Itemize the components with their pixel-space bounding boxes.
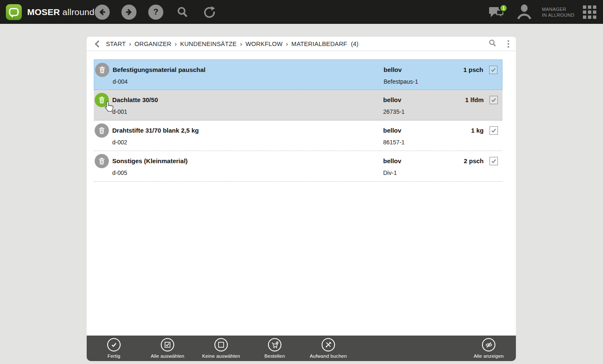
quantity: 1 psch	[463, 66, 483, 74]
back-button[interactable]	[95, 5, 110, 20]
tool-label: Aufwand buchen	[310, 354, 347, 359]
breadcrumb-item-kundeneinsaetze[interactable]: KUNDENEINSÄTZE	[180, 41, 237, 47]
delete-button[interactable]	[95, 123, 109, 138]
apps-menu-button[interactable]	[583, 5, 596, 19]
keine-auswaehlen-button[interactable]: Keine auswählen	[194, 338, 248, 359]
messages-button[interactable]: 1	[487, 4, 507, 21]
content-card: START › ORGANIZER › KUNDENEINSÄTZE › WOR…	[87, 37, 516, 336]
breadcrumb-separator: ›	[286, 41, 288, 47]
notification-badge: 1	[500, 4, 508, 12]
tool-label: Fertig	[108, 354, 121, 359]
breadcrumb-item-materialbedarf[interactable]: MATERIALBEDARF	[291, 41, 347, 47]
brand-name: MOSER	[27, 7, 60, 17]
material-list: Befestigungsmaterial pauschal d-004 bell…	[94, 59, 502, 182]
checkmark-icon	[491, 128, 497, 133]
topbar-right: 1 MANAGER IN ALLROUND	[487, 2, 599, 22]
breadcrumb-separator: ›	[240, 41, 242, 47]
material-title: Sonstiges (Kleinmaterial)	[112, 157, 188, 165]
brand-suffix: allround	[62, 7, 94, 17]
bestellen-button[interactable]: Bestellen	[247, 338, 302, 359]
checkmark-icon	[491, 158, 497, 164]
material-row-befestigungsmaterial[interactable]: Befestigungsmaterial pauschal d-004 bell…	[94, 59, 502, 90]
quantity: 1 lfdm	[465, 96, 484, 104]
list-search-button[interactable]	[488, 39, 497, 49]
supplier-code: 26735-1	[383, 108, 405, 115]
tool-label: Bestellen	[264, 354, 285, 359]
user-avatar[interactable]	[515, 2, 533, 22]
checkmark-icon	[491, 97, 497, 103]
alle-auswaehlen-button[interactable]: Alle auswählen	[140, 338, 195, 359]
supplier-code: Div-1	[383, 169, 397, 177]
quantity: 1 kg	[471, 126, 484, 135]
user-role-line2: IN ALLROUND	[542, 12, 575, 18]
checkmark-icon	[490, 67, 496, 73]
user-role-line1: MANAGER	[542, 6, 575, 12]
arrow-right-icon	[124, 7, 134, 17]
delete-button[interactable]	[95, 154, 109, 168]
user-role: MANAGER IN ALLROUND	[542, 6, 575, 18]
breadcrumb-separator: ›	[175, 41, 177, 47]
search-button[interactable]	[175, 5, 190, 20]
supplier-name: bellov	[383, 96, 401, 104]
material-title: Befestigungsmaterial pauschal	[113, 66, 206, 74]
supplier-name: bellov	[384, 66, 402, 74]
breadcrumb-item-organizer[interactable]: ORGANIZER	[134, 41, 171, 47]
app-title: MOSERallround	[27, 7, 94, 17]
row-checkbox[interactable]	[489, 66, 497, 74]
fertig-button[interactable]: Fertig	[87, 338, 141, 359]
cart-icon	[268, 338, 281, 351]
material-code: d-001	[112, 108, 127, 115]
action-toolbar: Fertig Alle auswählen Keine auswählen	[87, 336, 516, 361]
alle-anzeigen-button[interactable]: Alle anzeigen	[461, 338, 516, 359]
supplier-code: 86157-1	[383, 138, 405, 146]
search-icon	[176, 5, 189, 19]
chevron-left-icon	[93, 40, 101, 48]
row-checkbox[interactable]	[490, 96, 498, 104]
tool-label: Alle anzeigen	[474, 354, 504, 359]
topbar: MOSERallround ?	[0, 0, 603, 24]
breadcrumb-bar: START › ORGANIZER › KUNDENEINSÄTZE › WOR…	[87, 37, 516, 51]
material-row-sonstiges[interactable]: Sonstiges (Kleinmaterial) d-005 bellov D…	[94, 151, 502, 182]
empty-box-icon	[214, 338, 228, 351]
eye-off-icon	[482, 338, 495, 351]
tools-icon	[322, 338, 335, 351]
breadcrumb-count: (4)	[351, 41, 358, 47]
delete-button[interactable]	[95, 93, 109, 107]
question-mark-icon: ?	[153, 7, 158, 17]
refresh-button[interactable]	[202, 5, 217, 20]
trash-icon	[98, 96, 106, 104]
person-icon	[515, 2, 533, 21]
breadcrumb-item-start[interactable]: START	[106, 41, 126, 47]
supplier-name: bellov	[383, 157, 401, 165]
material-row-dachlatte[interactable]: Dachlatte 30/50 d-001 bellov 26735-1 1 l…	[94, 90, 502, 120]
app-logo-icon	[6, 4, 22, 20]
delete-button[interactable]	[95, 63, 109, 77]
trash-icon	[98, 66, 106, 74]
search-icon	[488, 39, 497, 47]
refresh-icon	[202, 5, 216, 19]
checked-box-icon	[161, 338, 174, 351]
material-title: Drahtstifte 31/70 blank 2,5 kg	[112, 126, 199, 135]
material-title: Dachlatte 30/50	[112, 96, 158, 104]
arrow-left-icon	[97, 7, 107, 17]
help-button[interactable]: ?	[148, 5, 163, 20]
breadcrumb-separator: ›	[129, 41, 131, 47]
material-code: d-004	[113, 78, 128, 85]
brand: MOSERallround	[6, 4, 95, 20]
forward-button[interactable]	[121, 5, 137, 20]
row-checkbox[interactable]	[490, 157, 498, 165]
breadcrumb-back-button[interactable]	[92, 38, 103, 49]
tool-label: Keine auswählen	[202, 354, 240, 359]
row-checkbox[interactable]	[490, 126, 498, 135]
topbar-nav: ?	[95, 5, 217, 20]
material-code: d-005	[112, 169, 127, 177]
supplier-name: bellov	[383, 126, 401, 135]
supplier-code: Befestpaus-1	[384, 78, 418, 85]
more-options-button[interactable]	[508, 40, 509, 48]
breadcrumb: START › ORGANIZER › KUNDENEINSÄTZE › WOR…	[106, 41, 358, 47]
trash-icon	[98, 127, 106, 134]
aufwand-buchen-button[interactable]: Aufwand buchen	[301, 338, 356, 359]
material-row-drahtstifte[interactable]: Drahtstifte 31/70 blank 2,5 kg d-002 bel…	[94, 120, 502, 151]
breadcrumb-item-workflow[interactable]: WORKFLOW	[245, 41, 283, 47]
material-code: d-002	[112, 138, 127, 146]
